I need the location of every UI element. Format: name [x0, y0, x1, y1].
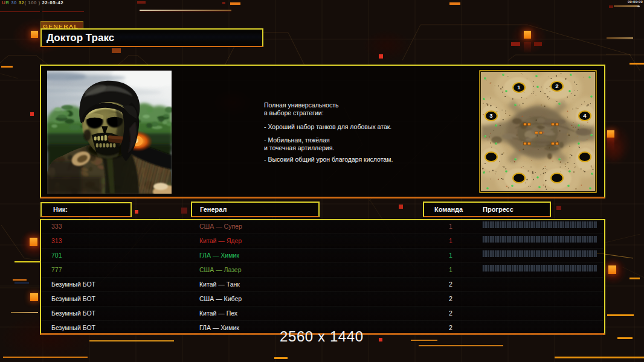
svg-text:4: 4 [583, 112, 587, 119]
svg-text:3: 3 [489, 112, 492, 119]
svg-text:2: 2 [555, 83, 558, 89]
svg-text:1: 1 [517, 84, 521, 91]
